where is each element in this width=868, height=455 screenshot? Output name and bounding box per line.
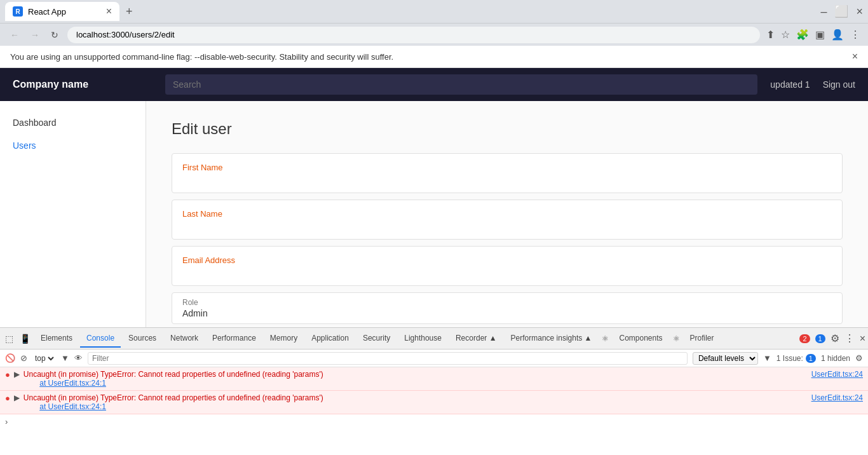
- first-name-field: First Name: [172, 153, 843, 193]
- console-error-1: ● ▶ Uncaught (in promise) TypeError: Can…: [0, 367, 868, 391]
- devtools-tab-components[interactable]: Components: [613, 330, 668, 348]
- error-icon-1: ●: [5, 370, 10, 379]
- sidebar-item-users[interactable]: Users: [0, 134, 146, 157]
- console-toolbar: 🚫 ⊘ top ▼ 👁 Default levels ▼ 1 Issue: 1 …: [0, 350, 868, 367]
- expand-error-1[interactable]: ▶: [14, 370, 20, 379]
- devtools-inspect-icon[interactable]: ⬚: [3, 331, 16, 346]
- minimize-button[interactable]: –: [820, 5, 827, 18]
- devtools-tab-lighthouse[interactable]: Lighthouse: [398, 330, 448, 348]
- page-title: Edit user: [172, 120, 843, 138]
- context-expand-icon[interactable]: ▼: [61, 353, 69, 363]
- profile-icon[interactable]: 👤: [831, 29, 844, 41]
- last-name-label: Last Name: [182, 209, 832, 219]
- first-name-input[interactable]: [182, 173, 832, 184]
- extensions-icon[interactable]: 🧩: [796, 29, 809, 41]
- devtools-tab-network[interactable]: Network: [164, 330, 205, 348]
- devtools-more-icon[interactable]: ⋮: [844, 332, 855, 344]
- devtools-tab-perf-insights[interactable]: Performance insights ▲: [505, 330, 599, 348]
- devtools-tab-console[interactable]: Console: [80, 330, 121, 348]
- app-body: Dashboard Users Edit user First Name Las…: [0, 101, 868, 327]
- filter-input[interactable]: [88, 352, 688, 365]
- address-icons: ⬆ ☆ 🧩 ▣ 👤 ⋮: [766, 29, 860, 41]
- main-content: Edit user First Name Last Name Email Add…: [146, 101, 868, 327]
- devtools-tabs: ⬚ 📱 Elements Console Sources Network Per…: [0, 328, 868, 350]
- address-bar: ← → ↻ ⬆ ☆ 🧩 ▣ 👤 ⋮: [0, 23, 868, 46]
- security-warning: You are using an unsupported command-lin…: [0, 46, 868, 68]
- email-field: Email Address: [172, 246, 843, 286]
- warning-text: You are using an unsupported command-lin…: [10, 52, 393, 62]
- devtools-close-icon[interactable]: ×: [860, 333, 865, 344]
- devtools-profiler-icon: ⚛: [670, 332, 682, 346]
- menu-icon[interactable]: ⋮: [850, 29, 860, 41]
- search-input[interactable]: [165, 74, 757, 95]
- email-input[interactable]: [182, 266, 832, 276]
- hidden-count: 1 hidden: [821, 354, 850, 363]
- first-name-label: First Name: [182, 163, 832, 172]
- last-name-field: Last Name: [172, 200, 843, 240]
- devtools-panel: ⬚ 📱 Elements Console Sources Network Per…: [0, 327, 868, 454]
- role-value: Admin: [182, 308, 832, 318]
- devtools-tab-elements[interactable]: Elements: [34, 330, 79, 348]
- issue-count: 1 Issue: 1: [776, 354, 816, 363]
- role-label: Role: [182, 298, 832, 307]
- devtools-components-icon: ⚛: [599, 332, 611, 346]
- email-label: Email Address: [182, 255, 832, 265]
- context-select[interactable]: top: [32, 353, 56, 363]
- back-button[interactable]: ←: [8, 27, 22, 43]
- message-count-badge: 1: [815, 334, 825, 343]
- sign-out-button[interactable]: Sign out: [823, 79, 855, 90]
- browser-chrome: R React App × + – ⬜ ×: [0, 0, 868, 23]
- levels-expand-icon[interactable]: ▼: [763, 353, 771, 363]
- devtools-right-controls: 2 1 ⚙ ⋮ ×: [799, 332, 865, 344]
- header-right: updated 1 Sign out: [770, 79, 855, 90]
- console-output: ● ▶ Uncaught (in promise) TypeError: Can…: [0, 367, 868, 454]
- sidebar-item-dashboard[interactable]: Dashboard: [0, 111, 146, 134]
- share-icon[interactable]: ⬆: [766, 29, 775, 41]
- tab-close-button[interactable]: ×: [106, 6, 112, 17]
- settings-gear-icon[interactable]: ⚙: [855, 353, 863, 363]
- eye-icon[interactable]: 👁: [74, 353, 83, 363]
- devtools-tab-memory[interactable]: Memory: [264, 330, 304, 348]
- role-field: Role Admin: [172, 292, 843, 324]
- close-window-button[interactable]: ×: [856, 5, 863, 18]
- filter-icon[interactable]: ⊘: [20, 353, 27, 363]
- devtools-tab-application[interactable]: Application: [305, 330, 355, 348]
- error-text-1: Uncaught (in promise) TypeError: Cannot …: [24, 370, 808, 388]
- devtools-device-icon[interactable]: 📱: [17, 331, 33, 346]
- split-view-icon[interactable]: ▣: [815, 29, 825, 41]
- sidebar: Dashboard Users: [0, 101, 146, 327]
- error-file-link-2[interactable]: UserEdit.tsx:24: [811, 393, 863, 402]
- devtools-tab-sources[interactable]: Sources: [122, 330, 163, 348]
- updated-badge: updated 1: [770, 79, 810, 90]
- browser-controls: – ⬜ ×: [820, 4, 863, 18]
- tab-title: React App: [28, 7, 66, 17]
- error-text-2: Uncaught (in promise) TypeError: Cannot …: [24, 393, 808, 411]
- levels-select[interactable]: Default levels: [693, 352, 758, 365]
- devtools-tab-security[interactable]: Security: [356, 330, 397, 348]
- error-location-1: at UserEdit.tsx:24:1: [24, 379, 106, 388]
- refresh-button[interactable]: ↻: [48, 27, 61, 43]
- clear-console-icon[interactable]: 🚫: [5, 353, 15, 363]
- app-header: Company name updated 1 Sign out: [0, 68, 868, 101]
- company-name: Company name: [13, 79, 153, 90]
- devtools-tab-recorder[interactable]: Recorder ▲: [449, 330, 503, 348]
- warning-close-button[interactable]: ×: [852, 51, 858, 62]
- tab-favicon: R: [13, 6, 23, 17]
- error-location-2: at UserEdit.tsx:24:1: [24, 402, 106, 411]
- browser-tab[interactable]: R React App ×: [5, 2, 119, 21]
- expand-error-2[interactable]: ▶: [14, 393, 20, 402]
- address-input[interactable]: [67, 27, 760, 43]
- devtools-tab-profiler[interactable]: Profiler: [684, 330, 721, 348]
- devtools-tab-performance[interactable]: Performance: [206, 330, 262, 348]
- devtools-settings-icon[interactable]: ⚙: [831, 332, 839, 344]
- forward-button[interactable]: →: [28, 27, 42, 43]
- bookmark-icon[interactable]: ☆: [781, 29, 790, 41]
- console-error-2: ● ▶ Uncaught (in promise) TypeError: Can…: [0, 391, 868, 414]
- error-icon-2: ●: [5, 393, 10, 403]
- error-count-badge: 2: [799, 334, 810, 343]
- console-cursor: ›: [0, 414, 868, 429]
- new-tab-button[interactable]: +: [123, 3, 135, 21]
- last-name-input[interactable]: [182, 220, 832, 230]
- error-file-link-1[interactable]: UserEdit.tsx:24: [811, 370, 863, 379]
- maximize-button[interactable]: ⬜: [834, 4, 848, 18]
